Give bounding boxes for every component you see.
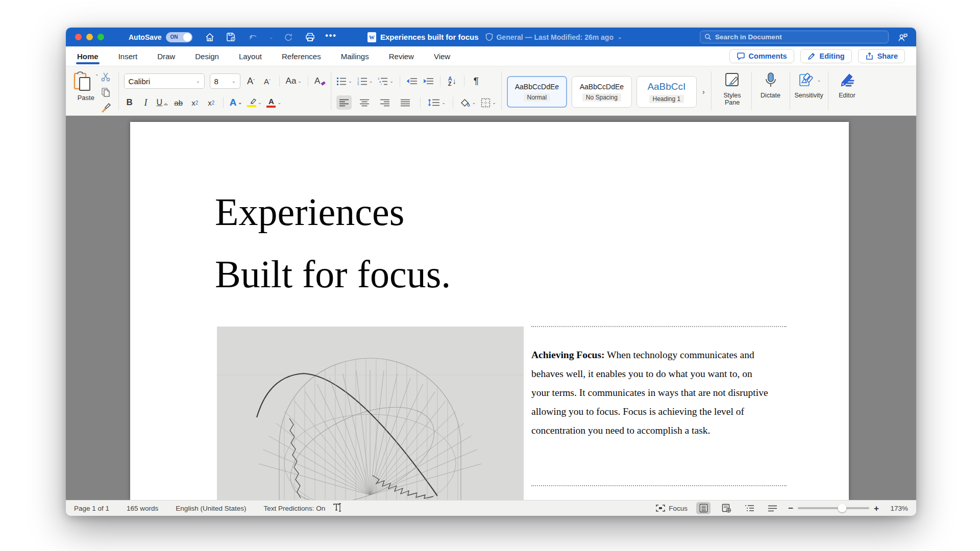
font-color-button[interactable]: A ⌄ [266,95,281,110]
body-paragraph[interactable]: Achieving Focus: When technology communi… [531,345,771,440]
shrink-font-button[interactable]: Aˇ [262,74,273,88]
autosave-state: ON [170,34,178,40]
outdent-icon [406,78,418,85]
search-field[interactable] [700,31,889,43]
font-size-select[interactable]: 8⌄ [210,73,240,89]
language-status[interactable]: English (United States) [176,505,246,512]
zoom-window-button[interactable] [97,34,104,40]
subscript-button[interactable]: x2 [189,95,201,110]
grow-font-button[interactable]: Aˆ [246,74,257,88]
print-icon[interactable] [304,31,316,43]
text-effects-button[interactable]: A⌄ [230,95,242,110]
borders-button[interactable]: ⌄ [481,95,496,110]
text-predictions-icon[interactable] [332,503,342,513]
align-center-icon [359,99,370,107]
zoom-out-button[interactable]: − [788,504,793,513]
tab-review[interactable]: Review [389,47,414,65]
autosave-label: AutoSave [129,33,162,41]
tab-view[interactable]: View [434,47,450,65]
styles-pane-button[interactable]: StylesPane [717,70,748,113]
style-normal[interactable]: AaBbCcDdEe Normal [507,76,567,108]
tab-layout[interactable]: Layout [239,47,262,65]
tab-insert[interactable]: Insert [118,47,138,65]
bullets-button[interactable]: ⌄ [336,74,352,88]
highlight-button[interactable]: ⌄ [247,95,262,110]
sensitivity-status-label: General — Last Modified: 26m ago [496,33,614,41]
numbering-button[interactable]: 123 ⌄ [357,74,373,88]
print-layout-view-button[interactable] [696,502,710,514]
font-size-value: 8 [214,77,218,86]
style-no-spacing[interactable]: AaBbCcDdEe No Spacing [572,76,632,108]
copy-button[interactable] [100,87,111,98]
zoom-percentage[interactable]: 173% [884,505,908,512]
style-heading-1[interactable]: AaBbCcI Heading 1 [636,76,697,108]
zoom-slider[interactable] [798,507,869,509]
home-icon[interactable] [204,31,216,43]
scissors-icon [101,72,111,82]
more-commands-icon[interactable]: ••• [325,31,337,43]
justify-button[interactable] [398,95,413,110]
sensitivity-status[interactable]: General — Last Modified: 26m ago ⌄ [485,33,622,41]
web-layout-icon [722,504,731,513]
font-name-select[interactable]: Calibri⌄ [124,73,205,89]
svg-text:3: 3 [357,83,359,85]
tab-design[interactable]: Design [195,47,219,65]
superscript-button[interactable]: x2 [206,95,217,110]
page-count[interactable]: Page 1 of 1 [74,505,109,512]
cut-button[interactable] [100,71,111,83]
search-input[interactable] [715,33,884,41]
redo-icon[interactable] [282,31,295,43]
tab-draw[interactable]: Draw [157,47,175,65]
paste-button[interactable]: ⌄ Paste [73,70,99,113]
line-spacing-button[interactable]: ⌄ [428,95,446,110]
strikethrough-button[interactable]: ab [173,95,184,110]
dotted-rule-bottom [531,485,787,486]
change-case-button[interactable]: Aa⌄ [286,74,302,88]
text-predictions-status[interactable]: Text Predictions: On [263,505,325,512]
shading-button[interactable]: ⌄ [460,95,476,110]
web-layout-view-button[interactable] [719,502,733,514]
editing-mode-button[interactable]: Editing [800,49,852,63]
minimize-window-button[interactable] [86,34,93,40]
undo-icon[interactable] [247,31,259,43]
format-painter-button[interactable] [100,102,111,113]
sort-button[interactable]: AZ ↓ [447,74,458,88]
word-count[interactable]: 165 words [127,505,158,512]
outline-view-button[interactable] [742,502,756,514]
multilevel-list-button[interactable]: 1ai ⌄ [378,74,394,88]
styles-gallery-more-icon[interactable]: › [702,88,705,96]
italic-button[interactable]: I [140,95,152,110]
align-right-button[interactable] [377,95,393,110]
undo-chevron-icon[interactable]: ⌄ [270,35,274,40]
close-window-button[interactable] [75,34,82,40]
align-left-button[interactable] [336,95,352,110]
comments-button[interactable]: Comments [729,49,794,63]
document-image-sketch[interactable] [217,327,524,500]
clear-formatting-button[interactable]: A [314,74,326,88]
share-button[interactable]: Share [858,49,905,63]
highlighter-icon [247,98,256,107]
bold-button[interactable]: B [124,95,135,110]
increase-indent-button[interactable] [423,74,434,88]
underline-button[interactable]: U⌄ [157,95,168,110]
dictate-button[interactable]: Dictate [755,70,787,113]
tab-mailings[interactable]: Mailings [341,47,369,65]
tab-home[interactable]: Home [77,47,99,65]
focus-mode-button[interactable]: Focus [656,505,688,512]
document-heading[interactable]: Experiences Built for focus. [215,181,451,305]
align-center-button[interactable] [357,95,372,110]
dictate-label: Dictate [761,92,780,99]
editor-button[interactable]: Editor [831,70,863,113]
autosave-toggle[interactable]: ON [166,32,192,42]
document-canvas[interactable]: Experiences Built for focus. Achieving F… [66,116,916,500]
save-icon[interactable] [225,31,237,43]
tab-references[interactable]: References [282,47,321,65]
zoom-slider-knob[interactable] [838,504,846,513]
presence-icon[interactable] [897,31,909,43]
sensitivity-button[interactable]: ⌄ Sensitivity [793,70,825,113]
zoom-in-button[interactable]: + [874,504,879,513]
document-page[interactable]: Experiences Built for focus. Achieving F… [130,122,849,500]
draft-view-button[interactable] [765,502,779,514]
decrease-indent-button[interactable] [406,74,418,88]
show-paragraph-marks-button[interactable]: ¶ [471,74,482,88]
